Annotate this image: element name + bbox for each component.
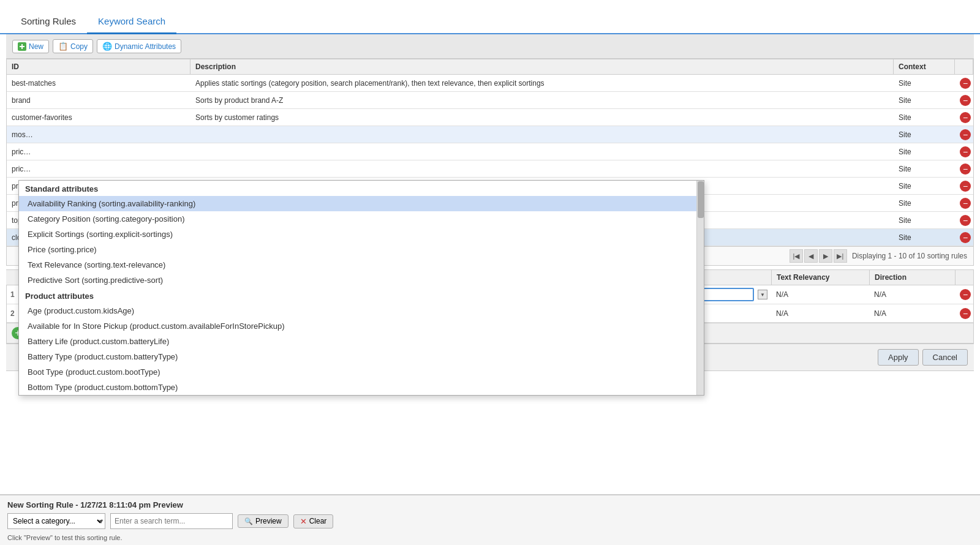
row-remove[interactable]: − <box>955 92 973 108</box>
row-remove[interactable]: − <box>955 75 973 91</box>
table-row[interactable]: pric… Site − <box>7 143 973 160</box>
edit-direction-1: N/A <box>869 288 955 301</box>
row-remove[interactable]: − <box>955 161 973 177</box>
dropdown-item[interactable]: Battery Life (product.custom.batteryLife… <box>19 334 696 349</box>
table-row[interactable]: mos… Site − <box>7 126 973 143</box>
row-remove[interactable]: − <box>955 230 973 246</box>
clear-label: Clear <box>309 517 327 525</box>
row-remove[interactable]: − <box>955 178 973 194</box>
tab-keyword-search[interactable]: Keyword Search <box>87 10 176 34</box>
row-remove[interactable]: − <box>955 127 973 143</box>
row-context: Site <box>894 214 955 227</box>
dropdown-item[interactable]: Boot Type (product.custom.bootType) <box>19 364 696 380</box>
dropdown-item[interactable]: Predictive Sort (sorting.predictive-sort… <box>19 272 696 288</box>
row-description <box>190 149 894 154</box>
clear-icon: ✕ <box>300 517 307 526</box>
remove-icon[interactable]: − <box>960 181 971 192</box>
dropdown-list: Standard attributes Availability Ranking… <box>19 181 696 395</box>
edit-remove-2[interactable]: − <box>955 306 973 321</box>
first-page-btn[interactable]: |◀ <box>790 249 803 263</box>
table-row[interactable]: pric… Site − <box>7 160 973 178</box>
table-header: ID Description Context <box>7 59 973 75</box>
remove-icon[interactable]: − <box>960 146 971 157</box>
table-row[interactable]: best-matches Applies static sortings (ca… <box>7 75 973 92</box>
dropdown-item[interactable]: Availability Ranking (sorting.availabili… <box>19 196 696 211</box>
next-page-btn[interactable]: ▶ <box>819 249 832 263</box>
search-term-input[interactable] <box>110 513 233 529</box>
row-id: best-matches <box>7 77 190 90</box>
row-description: Sorts by product brand A-Z <box>190 94 894 107</box>
dynamic-attributes-icon: 🌐 <box>102 42 112 51</box>
remove-row-1-icon[interactable]: − <box>960 289 971 300</box>
row-context: Site <box>894 77 955 90</box>
row-id: mos… <box>7 128 190 141</box>
toolbar: New 📋 Copy 🌐 Dynamic Attributes <box>6 34 974 59</box>
apply-button[interactable]: Apply <box>878 349 919 366</box>
remove-icon[interactable]: − <box>960 129 971 140</box>
table-row[interactable]: brand Sorts by product brand A-Z Site − <box>7 92 973 109</box>
row-context: Site <box>894 128 955 141</box>
row-remove[interactable]: − <box>955 144 973 160</box>
clear-button[interactable]: ✕ Clear <box>293 514 334 528</box>
row-context: Site <box>894 231 955 244</box>
row-remove[interactable]: − <box>955 110 973 126</box>
col-description: Description <box>190 59 894 74</box>
dropdown-chevron-1[interactable] <box>758 290 767 299</box>
prev-page-btn[interactable]: ◀ <box>804 249 818 263</box>
dynamic-attributes-label: Dynamic Attributes <box>115 42 176 51</box>
dropdown-scrollbar[interactable] <box>696 181 704 395</box>
table-row[interactable]: customer-favorites Sorts by customer rat… <box>7 109 973 126</box>
remove-icon[interactable]: − <box>960 95 971 106</box>
row-id: pric… <box>7 145 190 159</box>
remove-icon[interactable]: − <box>960 232 971 243</box>
preview-controls: Select a category... ▼ 🔍 Preview ✕ Clear <box>0 513 980 533</box>
row-id: brand <box>7 94 190 107</box>
edit-text-relevancy-2: N/A <box>771 307 869 320</box>
dropdown-group-product: Product attributes <box>19 288 696 303</box>
row-context: Site <box>894 179 955 193</box>
dropdown-item[interactable]: Text Relevance (sorting.text-relevance) <box>19 257 696 272</box>
copy-button[interactable]: 📋 Copy <box>53 39 93 53</box>
remove-icon[interactable]: − <box>960 215 971 226</box>
attribute-dropdown-overlay: Standard attributes Availability Ranking… <box>18 180 704 396</box>
edit-text-relevancy-1: N/A <box>771 288 869 301</box>
preview-area: New Sorting Rule - 1/27/21 8:11:04 pm Pr… <box>0 494 980 545</box>
remove-icon[interactable]: − <box>960 112 971 123</box>
dropdown-item[interactable]: Age (product.custom.kidsAge) <box>19 303 696 318</box>
row-description: Applies static sortings (category positi… <box>190 77 894 90</box>
category-select-wrap: Select a category... ▼ <box>7 513 105 529</box>
row-context: Site <box>894 94 955 107</box>
dropdown-item[interactable]: Price (sorting.price) <box>19 242 696 257</box>
dropdown-item[interactable]: Bottom Type (product.custom.bottomType) <box>19 380 696 395</box>
edit-remove-1[interactable]: − <box>955 287 973 303</box>
last-page-btn[interactable]: ▶| <box>834 249 847 263</box>
row-description <box>190 132 894 137</box>
row-remove[interactable]: − <box>955 212 973 228</box>
dropdown-group-standard: Standard attributes <box>19 181 696 196</box>
dropdown-item[interactable]: Battery Type (product.custom.batteryType… <box>19 349 696 364</box>
copy-label: Copy <box>70 42 88 51</box>
col-context: Context <box>894 59 955 74</box>
dynamic-attributes-button[interactable]: 🌐 Dynamic Attributes <box>97 39 181 53</box>
cancel-button[interactable]: Cancel <box>922 349 968 366</box>
remove-row-2-icon[interactable]: − <box>960 308 971 319</box>
preview-label: Preview <box>255 517 282 525</box>
preview-icon: 🔍 <box>244 517 253 525</box>
preview-button[interactable]: 🔍 Preview <box>238 514 288 528</box>
tab-sorting-rules[interactable]: Sorting Rules <box>10 10 87 34</box>
remove-icon[interactable]: − <box>960 164 971 175</box>
tabs-bar: Sorting Rules Keyword Search <box>0 0 980 34</box>
row-remove[interactable]: − <box>955 195 973 211</box>
new-button[interactable]: New <box>12 40 49 53</box>
edit-col-action <box>956 270 974 285</box>
dropdown-item[interactable]: Category Position (sorting.category-posi… <box>19 211 696 227</box>
dropdown-item[interactable]: Available for In Store Pickup (product.c… <box>19 318 696 334</box>
remove-icon[interactable]: − <box>960 78 971 89</box>
edit-col-text-relevancy: Text Relevancy <box>772 270 870 285</box>
remove-icon[interactable]: − <box>960 198 971 209</box>
edit-direction-2: N/A <box>869 307 955 320</box>
category-select[interactable]: Select a category... <box>7 513 105 529</box>
row-id: customer-favorites <box>7 111 190 124</box>
dropdown-item[interactable]: Explicit Sortings (sorting.explicit-sort… <box>19 227 696 242</box>
col-action <box>955 59 973 74</box>
